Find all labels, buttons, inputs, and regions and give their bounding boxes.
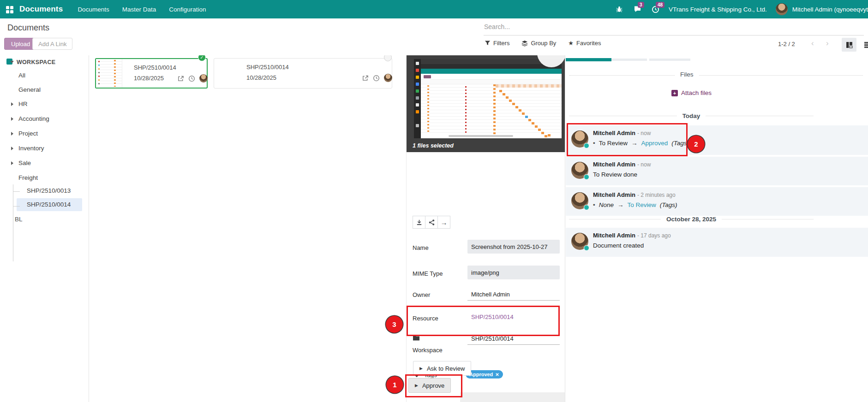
message-body: • None → To Review (Tags): [593, 201, 677, 208]
selection-count: 1 files selected: [413, 142, 454, 149]
annotation-circle-1: 1: [386, 376, 403, 393]
share-button[interactable]: [425, 216, 438, 229]
message-text: Document created: [593, 242, 644, 249]
group-by-icon: [521, 40, 528, 47]
open-external-icon[interactable]: [177, 75, 184, 82]
sidebar-item-bl[interactable]: BL: [15, 216, 23, 223]
message-author[interactable]: Mitchell Admin: [593, 130, 635, 136]
owner-avatar[interactable]: [199, 74, 208, 83]
message-author[interactable]: Mitchell Admin: [593, 232, 635, 239]
tree-line: [13, 184, 13, 261]
message-avatar[interactable]: [571, 233, 588, 250]
sidebar-item-project[interactable]: Project: [18, 130, 38, 137]
name-field[interactable]: Screenshot from 2025-10-27: [467, 240, 560, 254]
chatter-message[interactable]: Mitchell Admin- 17 days ago Document cre…: [566, 228, 868, 257]
files-divider-line: [569, 75, 863, 76]
document-title[interactable]: SHP/2510/0014: [246, 64, 289, 71]
activities-clock-icon[interactable]: 48: [651, 5, 660, 14]
message-author[interactable]: Mitchell Admin: [593, 161, 635, 168]
sidebar-item-sale[interactable]: Sale: [18, 160, 31, 166]
messages-icon[interactable]: 3: [633, 5, 642, 14]
document-card-selected[interactable]: SHP/2510/0014 10/28/2025: [95, 58, 208, 89]
bullet-icon: •: [593, 201, 595, 208]
message-avatar[interactable]: [571, 162, 588, 179]
open-external-icon[interactable]: [362, 75, 369, 82]
message-avatar[interactable]: [571, 192, 588, 209]
user-avatar[interactable]: [776, 3, 788, 15]
pager-prev-button[interactable]: ‹: [811, 39, 814, 48]
pager-counter: 1-2 / 2: [778, 41, 795, 47]
today-divider: Today: [569, 112, 814, 119]
app-title[interactable]: Documents: [19, 5, 63, 14]
message-time: - 17 days ago: [637, 232, 671, 239]
expand-caret-icon[interactable]: [11, 161, 13, 165]
company-name[interactable]: VTrans Freight & Shipping Co., Ltd.: [669, 6, 767, 13]
sidebar-item-freight[interactable]: Freight: [18, 174, 38, 181]
expand-caret-icon[interactable]: [11, 132, 13, 136]
list-view-button[interactable]: [860, 38, 868, 52]
ask-to-review-button[interactable]: ▶ Ask to Review: [413, 361, 471, 376]
message-author[interactable]: Mitchell Admin: [593, 191, 635, 198]
sidebar-item-hr[interactable]: HR: [18, 100, 28, 107]
play-icon: ▶: [419, 366, 423, 371]
activity-clock-icon[interactable]: [373, 75, 380, 82]
message-avatar[interactable]: [571, 130, 588, 148]
today-label: Today: [682, 112, 700, 119]
add-link-button[interactable]: Add A Link: [32, 38, 72, 50]
sidebar-item-accounting[interactable]: Accounting: [18, 115, 49, 122]
expand-caret-icon[interactable]: [11, 147, 13, 150]
main-menu: Documents Master Data Configuration: [71, 0, 212, 18]
search-facets: Filters Group By ★ Favorites: [485, 40, 601, 47]
owner-avatar[interactable]: [384, 74, 392, 82]
document-title[interactable]: SHP/2510/0014: [134, 64, 176, 71]
resource-link[interactable]: SHP/2510/0014: [467, 312, 560, 322]
expand-caret-icon[interactable]: [11, 117, 13, 121]
menu-master-data[interactable]: Master Data: [116, 0, 163, 18]
tag-approved[interactable]: Approved ✕: [466, 370, 503, 378]
approve-button[interactable]: ▶ Approve: [408, 378, 451, 393]
sidebar-item-all[interactable]: All: [18, 72, 25, 79]
breadcrumb[interactable]: Documents: [7, 23, 49, 33]
filters-button[interactable]: Filters: [485, 40, 509, 47]
favorites-label: Favorites: [576, 40, 601, 47]
user-name[interactable]: Mitchell Admin (qynoeeqvyt: [792, 6, 868, 13]
sidebar-item-general[interactable]: General: [18, 86, 41, 93]
groupby-button[interactable]: Group By: [521, 40, 556, 47]
apps-grid-icon[interactable]: [6, 6, 9, 9]
document-preview[interactable]: 1 files selected: [407, 55, 565, 152]
sidebar-item-shp-0014[interactable]: SHP/2510/0014: [27, 201, 71, 208]
kanban-view-button[interactable]: [842, 38, 856, 52]
collapse-caret-icon[interactable]: [10, 61, 14, 63]
menu-documents[interactable]: Documents: [71, 0, 115, 18]
chatter-message[interactable]: Mitchell Admin- now To Review done: [566, 157, 868, 185]
chatter-message[interactable]: Mitchell Admin- 2 minutes ago • None → T…: [566, 187, 868, 216]
message-time: - now: [637, 130, 651, 136]
chatter-message[interactable]: Mitchell Admin- now • To Review → Approv…: [566, 125, 868, 155]
document-card[interactable]: SHP/2510/0014 10/28/2025: [214, 58, 392, 89]
tracking-new-value[interactable]: To Review: [628, 201, 656, 208]
mime-field[interactable]: image/png: [467, 266, 560, 279]
tracking-field-name: (Tags): [660, 201, 677, 208]
download-button[interactable]: [413, 216, 425, 229]
activity-clock-icon[interactable]: [188, 75, 195, 82]
expand-caret-icon[interactable]: [11, 102, 13, 106]
document-thumbnail: [96, 59, 122, 88]
favorites-button[interactable]: ★ Favorites: [568, 40, 601, 47]
move-to-workspace-button[interactable]: →: [437, 216, 450, 229]
search-input[interactable]: Search...: [484, 23, 510, 30]
bug-icon[interactable]: [615, 5, 624, 14]
inspector-panel: 1 files selected → Name Screenshot from …: [406, 55, 565, 402]
remove-tag-icon[interactable]: ✕: [495, 372, 499, 377]
mime-label: MIME Type: [413, 270, 443, 277]
sidebar-item-inventory[interactable]: Inventory: [18, 145, 44, 152]
star-icon: ★: [568, 40, 574, 47]
tracking-new-value[interactable]: Approved: [641, 140, 668, 147]
panel-bottom-strip: [460, 392, 565, 402]
workspace-field[interactable]: SHP/2510/0014: [467, 333, 560, 345]
message-time: - now: [637, 161, 651, 168]
attach-files-link[interactable]: + Attach files: [671, 89, 712, 96]
sidebar-item-shp-0013[interactable]: SHP/2510/0013: [27, 187, 71, 194]
owner-field[interactable]: Mitchell Admin: [467, 289, 560, 301]
pager-next-button[interactable]: ›: [826, 39, 829, 48]
menu-configuration[interactable]: Configuration: [162, 0, 212, 18]
